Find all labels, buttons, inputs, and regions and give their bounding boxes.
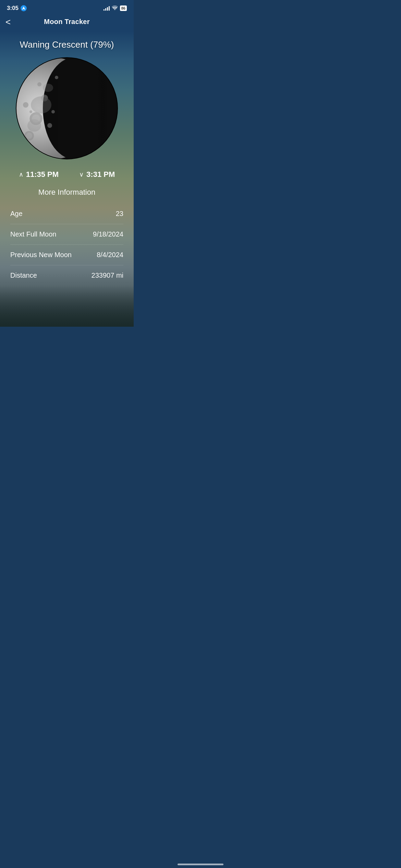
info-row-previous-new-moon: Previous New Moon 8/4/2024 (10, 245, 123, 265)
svg-marker-0 (22, 7, 25, 10)
status-right: 86 (104, 5, 127, 11)
distance-label: Distance (10, 272, 37, 279)
rise-time-item: ∧ 11:35 PM (19, 170, 59, 179)
battery-indicator: 86 (120, 5, 127, 11)
set-time-item: ∨ 3:31 PM (79, 170, 115, 179)
moon-svg (15, 57, 118, 160)
location-icon (21, 5, 27, 11)
signal-bars (104, 6, 110, 11)
battery-level: 86 (121, 6, 125, 10)
previous-new-moon-value: 8/4/2024 (97, 251, 123, 259)
next-full-moon-label: Next Full Moon (10, 230, 57, 238)
wifi-icon (112, 5, 118, 11)
previous-new-moon-label: Previous New Moon (10, 251, 72, 259)
bottom-area (0, 286, 134, 327)
signal-bar-2 (105, 8, 106, 11)
rise-time: 11:35 PM (26, 170, 59, 179)
times-row: ∧ 11:35 PM ∨ 3:31 PM (12, 160, 122, 184)
distance-value: 233907 mi (92, 272, 123, 279)
info-row-distance: Distance 233907 mi (10, 265, 123, 286)
info-row-age: Age 23 (10, 204, 123, 224)
more-info-header: More Information (32, 184, 102, 204)
signal-bar-1 (104, 9, 105, 11)
rise-arrow-icon: ∧ (19, 171, 23, 178)
status-bar: 3:05 86 (0, 0, 134, 14)
set-arrow-icon: ∨ (79, 171, 84, 178)
signal-bar-4 (109, 6, 110, 11)
main-content: Waning Crescent (79%) (0, 31, 134, 327)
back-button[interactable]: < (5, 17, 11, 26)
nav-title: Moon Tracker (44, 18, 90, 26)
moon-image (15, 57, 118, 160)
time-display: 3:05 (7, 5, 19, 12)
age-value: 23 (116, 210, 123, 218)
signal-bar-3 (107, 7, 108, 11)
phase-title: Waning Crescent (79%) (13, 31, 121, 57)
age-label: Age (10, 210, 23, 218)
nav-bar: < Moon Tracker (0, 14, 134, 31)
info-table: Age 23 Next Full Moon 9/18/2024 Previous… (0, 204, 134, 286)
status-time: 3:05 (7, 5, 27, 12)
info-row-next-full-moon: Next Full Moon 9/18/2024 (10, 224, 123, 245)
next-full-moon-value: 9/18/2024 (93, 230, 123, 238)
svg-point-15 (29, 153, 36, 160)
set-time: 3:31 PM (86, 170, 115, 179)
